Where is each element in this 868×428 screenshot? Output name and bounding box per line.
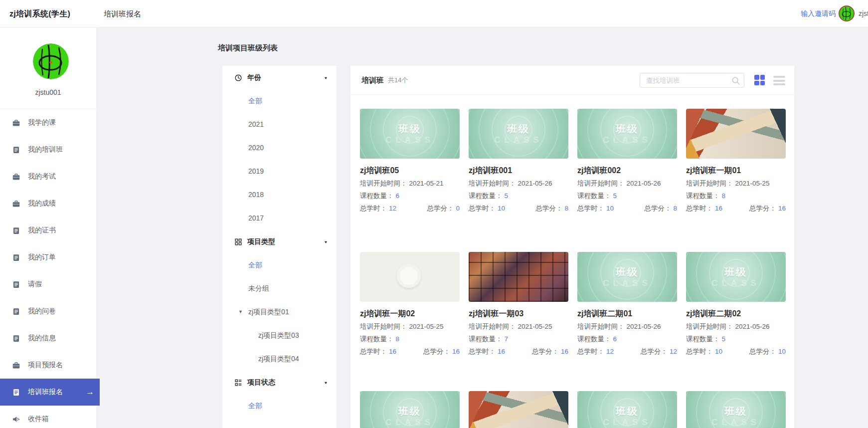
- card-row: zj培训班一期02培训开始时间：2021-05-25课程数量：8总学时：16总学…: [360, 252, 785, 356]
- field-label: 总学分：: [749, 348, 776, 355]
- topbar: zj培训系统(学生) 培训班报名 输入邀请码 zjstu001: [0, 0, 868, 27]
- class-card[interactable]: 班级CLASSzj培训班二期02培训开始时间：2021-05-26课程数量：5总…: [686, 252, 786, 356]
- class-card[interactable]: 班级CLASSzj培训班二期01培训开始时间：2021-05-26课程数量：6总…: [577, 252, 677, 356]
- sidebar-item-7[interactable]: 我的问卷: [0, 298, 96, 325]
- class-card-courses-line: 课程数量：6: [577, 335, 677, 343]
- filter-option-0-5[interactable]: 2017: [222, 207, 337, 230]
- field-value: 2021-05-26: [735, 323, 770, 330]
- class-card-image: 班级CLASS: [577, 109, 677, 159]
- field-label: 总学分：: [423, 348, 450, 355]
- sidebar-item-0[interactable]: 我学的课: [0, 109, 96, 136]
- filter-option-0-1[interactable]: 2021: [222, 113, 337, 136]
- field-label: 课程数量：: [469, 192, 503, 200]
- document-icon: [12, 226, 20, 235]
- document-icon: [12, 334, 20, 343]
- field-value: 8: [673, 205, 677, 212]
- sidebar-item-11[interactable]: 收件箱: [0, 406, 96, 428]
- filter-option-1-1[interactable]: 未分组: [222, 277, 337, 300]
- class-card[interactable]: 班级CLASSzj培训班05培训开始时间：2021-05-21课程数量：6总学时…: [360, 109, 460, 213]
- filter-header-1[interactable]: 项目类型▼: [222, 230, 337, 253]
- class-card-hours-line: 总学时：10: [686, 348, 722, 356]
- filter-header-0[interactable]: 年份▼: [222, 66, 337, 89]
- class-card-start-line: 培训开始时间：2021-05-25: [469, 323, 568, 331]
- field-label: 培训开始时间：: [686, 323, 733, 330]
- filter-option-1-4[interactable]: zj项目类型04: [222, 347, 337, 371]
- class-card[interactable]: zj培训班一期02培训开始时间：2021-05-25课程数量：8总学时：16总学…: [360, 252, 460, 356]
- sidebar-menu: 我学的课我的培训班我的考试我的成绩我的证书我的订单请假我的问卷我的信息项目预报名…: [0, 109, 96, 428]
- class-list-title-group: 培训班 共14个: [361, 66, 408, 95]
- class-card[interactable]: zj培训班一期03培训开始时间：2021-05-25课程数量：7总学时：16总学…: [469, 252, 568, 356]
- document-icon: [12, 253, 20, 262]
- field-value: 2021-05-25: [518, 323, 552, 330]
- sidebar-item-1[interactable]: 我的培训班: [0, 136, 96, 163]
- class-card-totals-line: 总学时：16总学分：16: [360, 348, 460, 356]
- field-value: 16: [498, 348, 505, 355]
- card-row: 班级CLASSzj培训班05培训开始时间：2021-05-21课程数量：6总学时…: [360, 109, 785, 213]
- class-card-image: [469, 252, 568, 302]
- class-card-hours-line: 总学时：10: [469, 205, 505, 213]
- list-view-icon[interactable]: [773, 76, 785, 87]
- class-image-label: 班级: [577, 405, 677, 418]
- topbar-tab-class-signup[interactable]: 培训班报名: [104, 0, 141, 27]
- document-icon: [12, 146, 20, 154]
- field-value: 5: [722, 335, 726, 343]
- field-label: 总学时：: [686, 205, 713, 212]
- class-card-courses-line: 课程数量：6: [360, 192, 460, 200]
- clock-icon: [234, 74, 242, 82]
- field-value: 16: [715, 205, 722, 212]
- grid-icon: [234, 238, 242, 246]
- invite-code-link[interactable]: 输入邀请码: [801, 0, 836, 27]
- field-value: 6: [613, 335, 617, 343]
- sidebar-item-5[interactable]: 我的订单: [0, 244, 96, 271]
- user-avatar-small[interactable]: [839, 5, 855, 21]
- page-title: 培训项目班级列表: [218, 43, 278, 53]
- sidebar-item-label: 我的订单: [28, 253, 56, 262]
- class-card-credits-line: 总学分：10: [749, 348, 786, 356]
- filter-header-2[interactable]: 项目状态▼: [222, 371, 337, 394]
- class-card-totals-line: 总学时：10总学分：8: [469, 205, 568, 213]
- sidebar-item-10[interactable]: 培训班报名→: [0, 379, 100, 406]
- sidebar-item-8[interactable]: 我的信息: [0, 325, 96, 352]
- field-value: 16: [452, 348, 460, 355]
- class-image-label: 班级: [686, 265, 786, 279]
- sidebar-item-label: 我的信息: [28, 334, 56, 343]
- sidebar-item-2[interactable]: 我的考试: [0, 163, 96, 190]
- filter-option-2-0[interactable]: 全部: [222, 394, 337, 418]
- briefcase-icon: [12, 173, 20, 181]
- topbar-username: zjstu001: [859, 0, 868, 27]
- field-label: 培训开始时间：: [360, 180, 407, 187]
- filter-option-0-2[interactable]: 2020: [222, 136, 337, 160]
- sidebar-item-3[interactable]: 我的成绩: [0, 190, 96, 217]
- sidebar-item-6[interactable]: 请假: [0, 271, 96, 298]
- class-card[interactable]: [469, 391, 568, 428]
- class-card-start-line: 培训开始时间：2021-05-26: [577, 180, 677, 188]
- class-image-sublabel: CLASS: [469, 135, 568, 145]
- class-card[interactable]: 班级CLASS: [577, 391, 677, 428]
- filter-option-0-4[interactable]: 2018: [222, 183, 337, 207]
- filter-option-0-0[interactable]: 全部: [222, 89, 337, 113]
- class-image-sublabel: CLASS: [577, 278, 677, 288]
- sidebar-item-label: 我的问卷: [28, 307, 56, 316]
- sidebar-item-4[interactable]: 我的证书: [0, 217, 96, 244]
- search-box: [640, 73, 744, 88]
- filter-option-1-3[interactable]: zj项目类型03: [222, 324, 337, 347]
- field-label: 总学分：: [532, 348, 559, 355]
- filter-option-1-0[interactable]: 全部: [222, 253, 337, 277]
- class-card[interactable]: 班级CLASS: [686, 391, 786, 428]
- field-value: 2021-05-26: [627, 180, 661, 187]
- sidebar-item-9[interactable]: 项目预报名: [0, 352, 96, 379]
- search-input[interactable]: [640, 73, 744, 87]
- class-card[interactable]: 班级CLASS: [360, 391, 460, 428]
- grid-view-icon[interactable]: [754, 75, 765, 85]
- class-card-hours-line: 总学时：16: [686, 205, 722, 213]
- filter-option-0-3[interactable]: 2019: [222, 160, 337, 183]
- class-card[interactable]: 班级CLASSzj培训班002培训开始时间：2021-05-26课程数量：5总学…: [577, 109, 677, 213]
- class-count-badge: 共14个: [388, 76, 408, 85]
- class-card-totals-line: 总学时：16总学分：16: [469, 348, 568, 356]
- class-card[interactable]: zj培训班一期01培训开始时间：2021-05-25课程数量：8总学时：16总学…: [686, 109, 786, 213]
- filter-option-1-2[interactable]: zj项目类型01: [222, 300, 337, 324]
- field-value: 2021-05-26: [518, 180, 552, 187]
- class-card-hours-line: 总学时：16: [360, 348, 396, 356]
- class-card[interactable]: 班级CLASSzj培训班001培训开始时间：2021-05-26课程数量：5总学…: [469, 109, 568, 213]
- field-value: 2021-05-26: [627, 323, 661, 330]
